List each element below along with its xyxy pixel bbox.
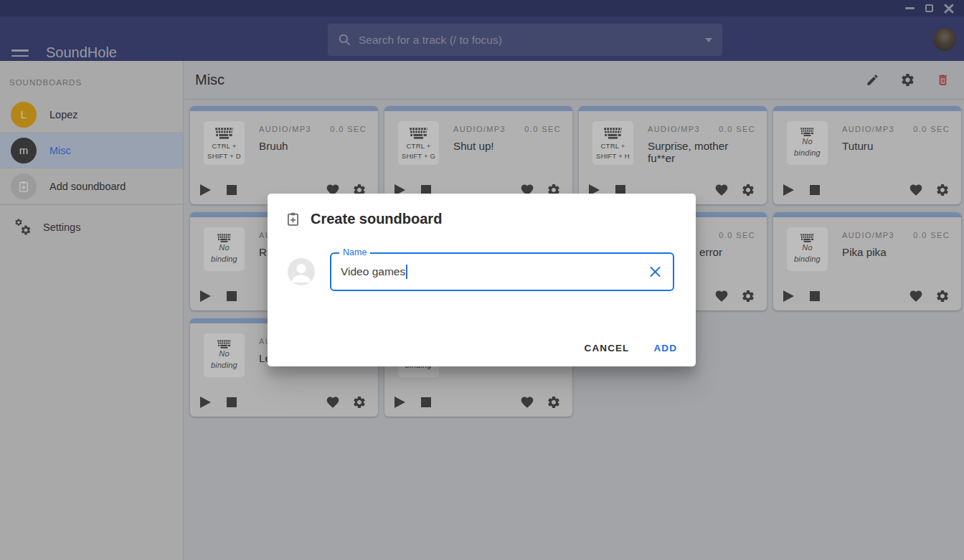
create-soundboard-dialog: Create soundboard Name Video games CANCE… bbox=[268, 194, 696, 366]
clipboard-add-icon bbox=[285, 212, 301, 227]
text-cursor bbox=[406, 265, 407, 279]
name-input-value[interactable]: Video games bbox=[341, 265, 405, 278]
person-icon bbox=[288, 258, 315, 285]
cancel-button[interactable]: CANCEL bbox=[583, 338, 631, 358]
name-field[interactable]: Name Video games bbox=[330, 252, 674, 291]
add-button[interactable]: ADD bbox=[652, 338, 679, 358]
clear-input-icon[interactable] bbox=[649, 266, 661, 278]
dialog-title: Create soundboard bbox=[311, 211, 442, 227]
soundboard-avatar-placeholder bbox=[288, 258, 315, 285]
